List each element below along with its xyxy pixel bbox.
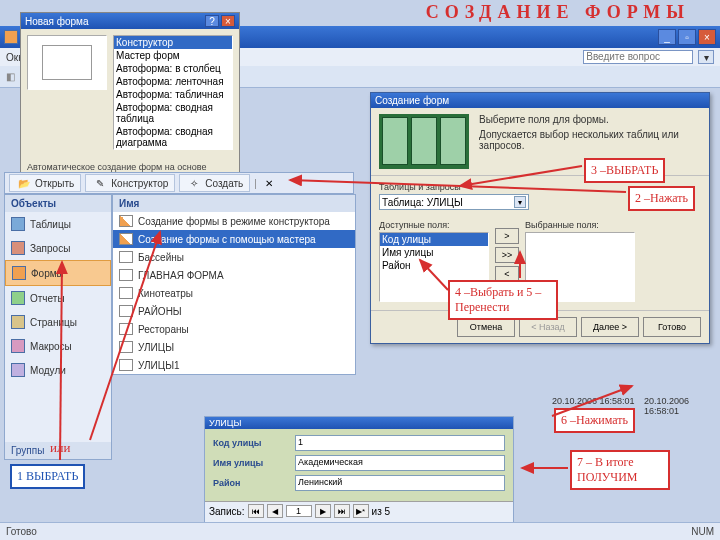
move-right-button[interactable]: > bbox=[495, 228, 519, 244]
nav-header: Объекты bbox=[5, 195, 111, 212]
nav-last-button[interactable]: ⏭ bbox=[334, 504, 350, 518]
delete-icon[interactable]: ✕ bbox=[261, 175, 277, 191]
record-total: из 5 bbox=[372, 506, 391, 517]
avail-field[interactable]: Код улицы bbox=[380, 233, 488, 246]
annotation-2: 2 –Нажать bbox=[628, 186, 695, 211]
annotation-7: 7 – В итоге ПОЛУЧИМ bbox=[570, 450, 670, 490]
annotation-4-5: 4 –Выбрать и 5 –Перенести bbox=[448, 280, 558, 320]
list-header: Имя bbox=[113, 195, 355, 212]
wizard-cancel-button[interactable]: Отмена bbox=[457, 317, 515, 337]
list-item[interactable]: УЛИЦЫ bbox=[113, 338, 355, 356]
record-label: Запись: bbox=[209, 506, 245, 517]
field-value[interactable]: Академическая bbox=[295, 455, 505, 471]
wizard-avail-label: Доступные поля: bbox=[379, 220, 489, 230]
wizard-next-button[interactable]: Далее > bbox=[581, 317, 639, 337]
wizard-title: Создание форм bbox=[371, 93, 709, 108]
toolbar-icon[interactable]: ◧ bbox=[6, 71, 15, 82]
nav-queries[interactable]: Запросы bbox=[5, 236, 111, 260]
nav-new-button[interactable]: ▶* bbox=[353, 504, 369, 518]
app-icon bbox=[4, 30, 18, 44]
object-list: Имя Создание формы в режиме конструктора… bbox=[112, 194, 356, 375]
list-option-constructor[interactable]: Конструктор bbox=[114, 36, 232, 49]
wizard-intro: Выберите поля для формы. bbox=[479, 114, 701, 125]
chevron-down-icon[interactable]: ▾ bbox=[514, 196, 526, 208]
dialog-close-button[interactable]: × bbox=[221, 15, 235, 27]
wizard-preview-image bbox=[379, 114, 469, 169]
field-value[interactable]: Ленинский bbox=[295, 475, 505, 491]
slide-title: СОЗДАНИЕ ФОРМЫ bbox=[426, 2, 690, 23]
toolbar-sep: | bbox=[254, 178, 257, 189]
result-form: УЛИЦЫ Код улицы1 Имя улицыАкадемическая … bbox=[204, 416, 514, 535]
nav-prev-button[interactable]: ◀ bbox=[267, 504, 283, 518]
record-pos-input[interactable] bbox=[286, 505, 312, 517]
timestamp: 20.10.2006 16:58:01 bbox=[644, 396, 720, 416]
list-item-create-wizard[interactable]: Создание формы с помощью мастера bbox=[113, 230, 355, 248]
wizard-finish-button[interactable]: Готово bbox=[643, 317, 701, 337]
annotation-or: или bbox=[50, 440, 70, 456]
status-num: NUM bbox=[691, 526, 714, 537]
maximize-button[interactable]: ▫ bbox=[678, 29, 696, 45]
timestamp: 20.10.2006 16:58:01 bbox=[552, 396, 635, 406]
list-option-pivottable[interactable]: Автоформа: сводная таблица bbox=[114, 101, 232, 125]
list-item[interactable]: Бассейны bbox=[113, 248, 355, 266]
help-dropdown-button[interactable]: ▾ bbox=[698, 50, 714, 64]
wizard-intro2: Допускается выбор нескольких таблиц или … bbox=[479, 129, 701, 151]
constructor-button[interactable]: ✎Конструктор bbox=[85, 174, 175, 192]
status-ready: Готово bbox=[6, 526, 37, 537]
help-search-input[interactable] bbox=[583, 50, 693, 64]
annotation-6: 6 –Нажимать bbox=[554, 408, 635, 433]
dialog-preview bbox=[27, 35, 107, 90]
list-option-wizard[interactable]: Мастер форм bbox=[114, 49, 232, 62]
new-form-dialog-title: Новая форма bbox=[25, 16, 89, 27]
status-bar: Готово NUM bbox=[0, 522, 720, 540]
list-item[interactable]: УЛИЦЫ1 bbox=[113, 356, 355, 374]
list-option-autotable[interactable]: Автоформа: табличная bbox=[114, 88, 232, 101]
record-navigator: Запись: ⏮ ◀ ▶ ⏭ ▶* из 5 bbox=[205, 501, 513, 520]
avail-field[interactable]: Имя улицы bbox=[380, 246, 488, 259]
minimize-button[interactable]: _ bbox=[658, 29, 676, 45]
wizard-sel-label: Выбранные поля: bbox=[525, 220, 635, 230]
close-button[interactable]: × bbox=[698, 29, 716, 45]
list-item[interactable]: Кинотеатры bbox=[113, 284, 355, 302]
field-value[interactable]: 1 bbox=[295, 435, 505, 451]
annotation-3: 3 –ВЫБРАТЬ bbox=[584, 158, 665, 183]
annotation-1: 1 ВЫБРАТЬ bbox=[10, 464, 85, 489]
list-option-autocol[interactable]: Автоформа: в столбец bbox=[114, 62, 232, 75]
nav-next-button[interactable]: ▶ bbox=[315, 504, 331, 518]
db-toolbar: 📂Открыть ✎Конструктор ✧Создать | ✕ bbox=[4, 172, 354, 194]
create-button[interactable]: ✧Создать bbox=[179, 174, 250, 192]
list-option-pivotchart[interactable]: Автоформа: сводная диаграмма bbox=[114, 125, 232, 149]
list-option-autoband[interactable]: Автоформа: ленточная bbox=[114, 75, 232, 88]
list-item[interactable]: Рестораны bbox=[113, 320, 355, 338]
list-item[interactable]: РАЙОНЫ bbox=[113, 302, 355, 320]
nav-reports[interactable]: Отчеты bbox=[5, 286, 111, 310]
nav-first-button[interactable]: ⏮ bbox=[248, 504, 264, 518]
list-item-create-constructor[interactable]: Создание формы в режиме конструктора bbox=[113, 212, 355, 230]
dialog-help-button[interactable]: ? bbox=[205, 15, 219, 27]
nav-forms[interactable]: Формы bbox=[5, 260, 111, 286]
result-form-title: УЛИЦЫ bbox=[205, 417, 513, 429]
nav-macros[interactable]: Макросы bbox=[5, 334, 111, 358]
list-item[interactable]: ГЛАВНАЯ ФОРМА bbox=[113, 266, 355, 284]
dialog-type-list[interactable]: Конструктор Мастер форм Автоформа: в сто… bbox=[113, 35, 233, 150]
wizard-tables-combo[interactable]: Таблица: УЛИЦЫ▾ bbox=[379, 194, 529, 210]
field-label: Район bbox=[213, 478, 289, 488]
move-all-right-button[interactable]: >> bbox=[495, 247, 519, 263]
open-button[interactable]: 📂Открыть bbox=[9, 174, 81, 192]
nav-modules[interactable]: Модули bbox=[5, 358, 111, 382]
wizard-back-button[interactable]: < Назад bbox=[519, 317, 577, 337]
nav-panel: Объекты Таблицы Запросы Формы Отчеты Стр… bbox=[4, 194, 112, 460]
field-label: Код улицы bbox=[213, 438, 289, 448]
nav-tables[interactable]: Таблицы bbox=[5, 212, 111, 236]
avail-field[interactable]: Район bbox=[380, 259, 488, 272]
nav-pages[interactable]: Страницы bbox=[5, 310, 111, 334]
field-label: Имя улицы bbox=[213, 458, 289, 468]
